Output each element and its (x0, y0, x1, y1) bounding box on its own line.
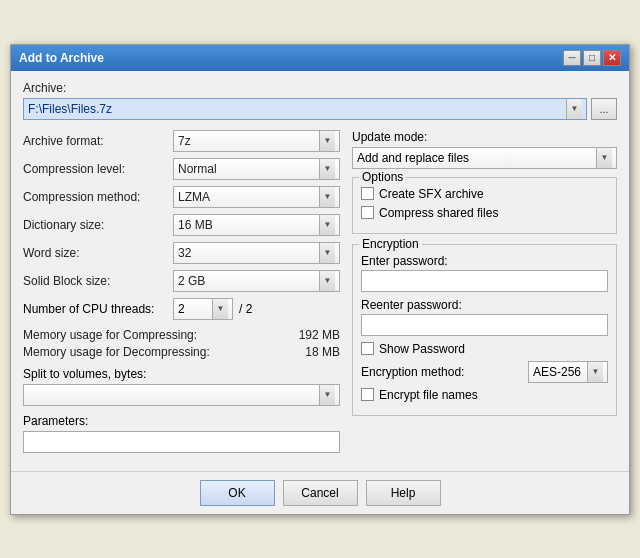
update-mode-value: Add and replace files (357, 151, 469, 165)
dictionary-size-row: Dictionary size: 16 MB ▼ (23, 214, 340, 236)
params-section: Parameters: (23, 414, 340, 453)
right-panel: Update mode: Add and replace files ▼ Opt… (352, 130, 617, 461)
cpu-threads-label: Number of CPU threads: (23, 302, 173, 316)
solid-block-size-value: 2 GB (178, 274, 205, 288)
enter-password-input[interactable] (361, 270, 608, 292)
cpu-threads-arrow[interactable]: ▼ (212, 299, 228, 319)
cpu-threads-of: / 2 (239, 302, 252, 316)
memory-decompressing-label: Memory usage for Decompressing: (23, 345, 210, 359)
word-size-value: 32 (178, 246, 191, 260)
reenter-password-label: Reenter password: (361, 298, 608, 312)
encrypt-file-names-label: Encrypt file names (379, 388, 478, 402)
solid-block-size-label: Solid Block size: (23, 274, 173, 288)
word-size-label: Word size: (23, 246, 173, 260)
split-combo[interactable]: ▼ (23, 384, 340, 406)
encrypt-file-names-checkbox[interactable] (361, 388, 374, 401)
archive-format-arrow[interactable]: ▼ (319, 131, 335, 151)
encrypt-file-names-row: Encrypt file names (361, 388, 608, 402)
compression-method-value: LZMA (178, 190, 210, 204)
cpu-threads-combo[interactable]: 2 ▼ (173, 298, 233, 320)
left-panel: Archive format: 7z ▼ Compression level: … (23, 130, 340, 461)
memory-decompressing-value: 18 MB (305, 345, 340, 359)
params-label: Parameters: (23, 414, 340, 428)
archive-format-value: 7z (178, 134, 191, 148)
help-button[interactable]: Help (366, 480, 441, 506)
archive-format-row: Archive format: 7z ▼ (23, 130, 340, 152)
memory-compressing-value: 192 MB (299, 328, 340, 342)
archive-path-arrow[interactable]: ▼ (566, 99, 582, 119)
options-title: Options (359, 170, 406, 184)
enc-method-arrow[interactable]: ▼ (587, 362, 603, 382)
show-password-label: Show Password (379, 342, 465, 356)
maximize-button[interactable]: □ (583, 50, 601, 66)
browse-button[interactable]: ... (591, 98, 617, 120)
title-bar: Add to Archive ─ □ ✕ (11, 45, 629, 71)
dictionary-size-arrow[interactable]: ▼ (319, 215, 335, 235)
options-content: Create SFX archive Compress shared files (361, 187, 608, 220)
dictionary-size-value: 16 MB (178, 218, 213, 232)
archive-path-combo[interactable]: F:\Files\Files.7z ▼ (23, 98, 587, 120)
cpu-threads-value: 2 (178, 302, 185, 316)
memory-compressing-label: Memory usage for Compressing: (23, 328, 197, 342)
dictionary-size-label: Dictionary size: (23, 218, 173, 232)
word-size-row: Word size: 32 ▼ (23, 242, 340, 264)
compression-level-arrow[interactable]: ▼ (319, 159, 335, 179)
update-mode-arrow[interactable]: ▼ (596, 148, 612, 168)
word-size-combo[interactable]: 32 ▼ (173, 242, 340, 264)
solid-block-size-arrow[interactable]: ▼ (319, 271, 335, 291)
button-bar: OK Cancel Help (11, 471, 629, 514)
enter-password-label: Enter password: (361, 254, 608, 268)
options-group: Options Create SFX archive Compress shar… (352, 177, 617, 234)
compression-level-combo[interactable]: Normal ▼ (173, 158, 340, 180)
title-bar-buttons: ─ □ ✕ (563, 50, 621, 66)
show-password-checkbox[interactable] (361, 342, 374, 355)
update-mode-combo[interactable]: Add and replace files ▼ (352, 147, 617, 169)
enc-method-combo[interactable]: AES-256 ▼ (528, 361, 608, 383)
create-sfx-label: Create SFX archive (379, 187, 484, 201)
minimize-button[interactable]: ─ (563, 50, 581, 66)
compress-shared-checkbox[interactable] (361, 206, 374, 219)
encryption-group: Encryption Enter password: Reenter passw… (352, 244, 617, 416)
solid-block-size-row: Solid Block size: 2 GB ▼ (23, 270, 340, 292)
close-button[interactable]: ✕ (603, 50, 621, 66)
enc-method-row: Encryption method: AES-256 ▼ (361, 361, 608, 383)
compression-method-combo[interactable]: LZMA ▼ (173, 186, 340, 208)
encryption-title: Encryption (359, 237, 422, 251)
ok-button[interactable]: OK (200, 480, 275, 506)
update-mode-label: Update mode: (352, 130, 617, 144)
memory-decompressing-row: Memory usage for Decompressing: 18 MB (23, 345, 340, 359)
compression-method-row: Compression method: LZMA ▼ (23, 186, 340, 208)
dialog-content: Archive: F:\Files\Files.7z ▼ ... Archive… (11, 71, 629, 471)
add-to-archive-dialog: Add to Archive ─ □ ✕ Archive: F:\Files\F… (10, 44, 630, 515)
create-sfx-checkbox[interactable] (361, 187, 374, 200)
dialog-title: Add to Archive (19, 51, 104, 65)
main-body: Archive format: 7z ▼ Compression level: … (23, 130, 617, 461)
compression-level-value: Normal (178, 162, 217, 176)
cancel-button[interactable]: Cancel (283, 480, 358, 506)
compression-level-row: Compression level: Normal ▼ (23, 158, 340, 180)
memory-compressing-row: Memory usage for Compressing: 192 MB (23, 328, 340, 342)
compression-level-label: Compression level: (23, 162, 173, 176)
cpu-threads-row: Number of CPU threads: 2 ▼ / 2 (23, 298, 340, 320)
reenter-password-input[interactable] (361, 314, 608, 336)
compression-method-label: Compression method: (23, 190, 173, 204)
dictionary-size-combo[interactable]: 16 MB ▼ (173, 214, 340, 236)
enc-method-value: AES-256 (533, 365, 581, 379)
archive-row: F:\Files\Files.7z ▼ ... (23, 98, 617, 120)
compress-shared-row: Compress shared files (361, 206, 608, 220)
solid-block-size-combo[interactable]: 2 GB ▼ (173, 270, 340, 292)
split-combo-arrow[interactable]: ▼ (319, 385, 335, 405)
compress-shared-label: Compress shared files (379, 206, 498, 220)
compression-method-arrow[interactable]: ▼ (319, 187, 335, 207)
archive-path-value: F:\Files\Files.7z (28, 102, 112, 116)
split-section: Split to volumes, bytes: ▼ (23, 367, 340, 406)
params-input[interactable] (23, 431, 340, 453)
encryption-content: Enter password: Reenter password: Show P… (361, 254, 608, 402)
archive-label: Archive: (23, 81, 617, 95)
word-size-arrow[interactable]: ▼ (319, 243, 335, 263)
show-password-row: Show Password (361, 342, 608, 356)
enc-method-label: Encryption method: (361, 365, 528, 379)
archive-format-combo[interactable]: 7z ▼ (173, 130, 340, 152)
archive-format-label: Archive format: (23, 134, 173, 148)
memory-section: Memory usage for Compressing: 192 MB Mem… (23, 328, 340, 359)
